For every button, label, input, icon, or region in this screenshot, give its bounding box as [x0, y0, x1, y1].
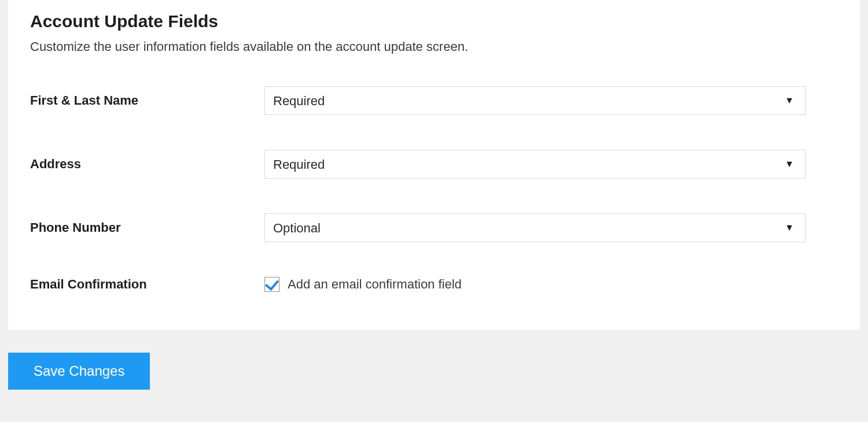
row-first-last-name: First & Last Name Required ▼ [30, 86, 838, 115]
section-title: Account Update Fields [30, 12, 838, 31]
section-description: Customize the user information fields av… [30, 39, 838, 54]
checkbox-label-email: Add an email confirmation field [288, 277, 462, 292]
row-phone-number: Phone Number Optional ▼ [30, 213, 838, 242]
checkbox-wrap-email: Add an email confirmation field [264, 277, 462, 292]
row-email-confirmation: Email Confirmation Add an email confirma… [30, 277, 838, 292]
select-wrap-name: Required ▼ [264, 86, 806, 115]
label-address: Address [30, 157, 264, 172]
select-address[interactable]: Required [264, 150, 806, 179]
label-email-confirmation: Email Confirmation [30, 277, 264, 292]
footer: Save Changes [0, 330, 868, 390]
select-first-last-name[interactable]: Required [264, 86, 806, 115]
checkbox-email-confirmation[interactable] [264, 277, 279, 292]
select-wrap-address: Required ▼ [264, 150, 806, 179]
label-first-last-name: First & Last Name [30, 93, 264, 108]
save-button[interactable]: Save Changes [8, 353, 150, 390]
row-address: Address Required ▼ [30, 150, 838, 179]
settings-panel: Account Update Fields Customize the user… [8, 0, 860, 330]
select-phone-number[interactable]: Optional [264, 213, 806, 242]
label-phone-number: Phone Number [30, 220, 264, 235]
select-wrap-phone: Optional ▼ [264, 213, 806, 242]
